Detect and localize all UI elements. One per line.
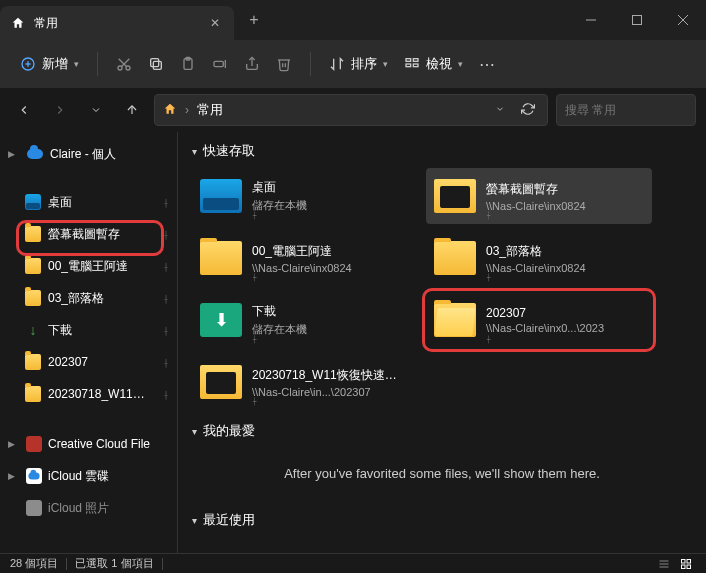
screenshot-icon (434, 175, 476, 217)
recent-button[interactable] (82, 96, 110, 124)
chevron-right-icon: ▶ (8, 149, 20, 159)
sidebar-quick-item[interactable]: ↓ 下載 ⟊ (0, 314, 177, 346)
breadcrumb-separator: › (185, 103, 189, 117)
new-button[interactable]: 新增 ▾ (12, 49, 87, 79)
svg-rect-31 (687, 565, 691, 569)
folder-icon (24, 257, 42, 275)
sidebar-item-icloud-drive[interactable]: ▶ iCloud 雲碟 (0, 460, 177, 492)
sidebar-quick-item[interactable]: 桌面 ⟊ (0, 186, 177, 218)
pin-icon: ⟊ (486, 210, 491, 220)
quick-access-item[interactable]: 螢幕截圖暫存 \\Nas-Claire\inx0824 ⟊ (426, 168, 652, 224)
delete-button[interactable] (268, 50, 300, 78)
copy-button[interactable] (140, 50, 172, 78)
tab-active[interactable]: 常用 ✕ (0, 6, 234, 40)
cut-icon (116, 56, 132, 72)
sidebar-quick-item[interactable]: 03_部落格 ⟊ (0, 282, 177, 314)
item-name: 桌面 (252, 179, 307, 196)
sort-icon (329, 56, 345, 72)
chevron-down-icon: ▾ (458, 59, 463, 69)
sidebar-quick-item[interactable]: 螢幕截圖暫存 ⟊ (0, 218, 177, 250)
window-controls (568, 0, 706, 40)
screenshot-icon (200, 361, 242, 403)
pin-icon: ⟊ (252, 396, 257, 406)
quick-access-item[interactable]: ⬇ 下載 儲存在本機 ⟊ (192, 292, 418, 348)
pin-icon: ⟊ (163, 357, 169, 368)
quick-access-item[interactable]: 桌面 儲存在本機 ⟊ (192, 168, 418, 224)
toolbar: 新增 ▾ 排序 ▾ 檢視 ▾ ⋯ (0, 40, 706, 88)
favorites-empty-message: After you've favorited some files, we'll… (192, 448, 692, 499)
new-tab-button[interactable]: + (234, 0, 274, 40)
cloud-icon (26, 145, 44, 163)
chevron-down-icon: ▾ (383, 59, 388, 69)
download-icon: ⬇ (200, 299, 242, 341)
section-title: 快速存取 (203, 142, 255, 160)
sidebar-quick-item[interactable]: 00_電腦王阿達 ⟊ (0, 250, 177, 282)
section-quick-access[interactable]: ▾ 快速存取 (192, 142, 692, 160)
forward-button[interactable] (46, 96, 74, 124)
chevron-right-icon: ▶ (8, 439, 20, 449)
svg-rect-20 (406, 64, 411, 67)
section-favorites[interactable]: ▾ 我的最愛 (192, 422, 692, 440)
svg-rect-11 (153, 61, 161, 69)
quick-access-item[interactable]: 202307 \\Nas-Claire\inx0...\2023 ⟊ (426, 292, 652, 348)
close-button[interactable] (660, 0, 706, 40)
pin-icon: ⟊ (163, 293, 169, 304)
up-button[interactable] (118, 96, 146, 124)
statusbar: 28 個項目 已選取 1 個項目 (0, 553, 706, 573)
share-button[interactable] (236, 50, 268, 78)
svg-rect-18 (406, 59, 411, 62)
paste-button[interactable] (172, 50, 204, 78)
download-icon: ↓ (24, 321, 42, 339)
minimize-button[interactable] (568, 0, 614, 40)
sidebar-quick-item[interactable]: 202307 ⟊ (0, 346, 177, 378)
item-name: 03_部落格 (486, 243, 586, 260)
icloud-icon (26, 500, 42, 516)
section-title: 最近使用 (203, 511, 255, 529)
pin-icon: ⟊ (252, 272, 257, 282)
history-dropdown-button[interactable] (491, 103, 509, 117)
quick-access-item[interactable]: 03_部落格 \\Nas-Claire\inx0824 ⟊ (426, 230, 652, 286)
refresh-button[interactable] (517, 102, 539, 119)
folder-icon (24, 289, 42, 307)
chevron-down-icon: ▾ (74, 59, 79, 69)
item-name: 20230718_W11恢復快速… (252, 367, 397, 384)
search-input[interactable] (565, 103, 706, 117)
more-button[interactable]: ⋯ (471, 49, 505, 80)
tab-close-button[interactable]: ✕ (206, 16, 224, 30)
breadcrumb[interactable]: 常用 (197, 101, 483, 119)
section-title: 我的最愛 (203, 422, 255, 440)
quick-access-item[interactable]: 20230718_W11恢復快速… \\Nas-Claire\in...\202… (192, 354, 418, 410)
item-name: 下載 (252, 303, 307, 320)
rename-button[interactable] (204, 50, 236, 78)
pin-icon: ⟊ (252, 210, 257, 220)
sort-button[interactable]: 排序 ▾ (321, 49, 396, 79)
item-path: 儲存在本機 (252, 198, 307, 213)
section-recent[interactable]: ▾ 最近使用 (192, 511, 692, 529)
desktop-icon (24, 193, 42, 211)
view-button[interactable]: 檢視 ▾ (396, 49, 471, 79)
sidebar-quick-item[interactable]: 20230718_W11… ⟊ (0, 378, 177, 410)
home-icon (163, 102, 177, 119)
share-icon (244, 56, 260, 72)
pin-icon: ⟊ (163, 229, 169, 240)
details-view-button[interactable] (654, 556, 674, 572)
sidebar-item-icloud-photos[interactable]: iCloud 照片 (0, 492, 177, 524)
folder-icon (24, 385, 42, 403)
search-box[interactable] (556, 94, 696, 126)
quick-access-item[interactable]: 00_電腦王阿達 \\Nas-Claire\inx0824 ⟊ (192, 230, 418, 286)
pin-icon: ⟊ (163, 261, 169, 272)
svg-rect-19 (413, 59, 418, 62)
tiles-view-button[interactable] (676, 556, 696, 572)
sidebar-item-label: 螢幕截圖暫存 (48, 226, 157, 243)
desktop-icon (200, 175, 242, 217)
sidebar-item-creative-cloud[interactable]: ▶ Creative Cloud File (0, 428, 177, 460)
back-button[interactable] (10, 96, 38, 124)
content-pane: ▾ 快速存取 桌面 儲存在本機 ⟊ 螢幕截圖暫存 \\Nas-Claire\in… (178, 132, 706, 553)
maximize-button[interactable] (614, 0, 660, 40)
address-bar[interactable]: › 常用 (154, 94, 548, 126)
view-icon (404, 56, 420, 72)
cut-button[interactable] (108, 50, 140, 78)
sidebar-root-onedrive[interactable]: ▶ Claire - 個人 (0, 138, 177, 170)
plus-circle-icon (20, 56, 36, 72)
svg-rect-1 (633, 16, 642, 25)
